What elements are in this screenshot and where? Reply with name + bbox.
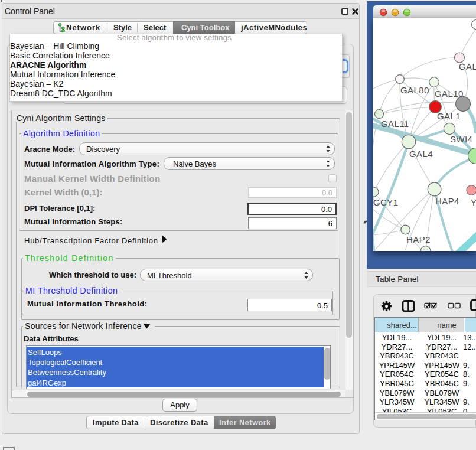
svg-text:GAL4: GAL4 xyxy=(409,149,433,159)
svg-text:GAL80: GAL80 xyxy=(400,85,429,95)
svg-text:SWI4: SWI4 xyxy=(450,134,472,144)
svg-text:GAL1: GAL1 xyxy=(437,111,461,121)
svg-text:YM: YM xyxy=(471,197,476,207)
svg-text:GAL10: GAL10 xyxy=(435,89,464,99)
svg-text:GAL7: GAL7 xyxy=(459,61,476,71)
svg-text:HAP4: HAP4 xyxy=(435,196,459,206)
svg-text:GCY1: GCY1 xyxy=(373,197,398,207)
svg-text:GAL11: GAL11 xyxy=(381,119,409,129)
svg-text:HAP2: HAP2 xyxy=(406,234,431,244)
